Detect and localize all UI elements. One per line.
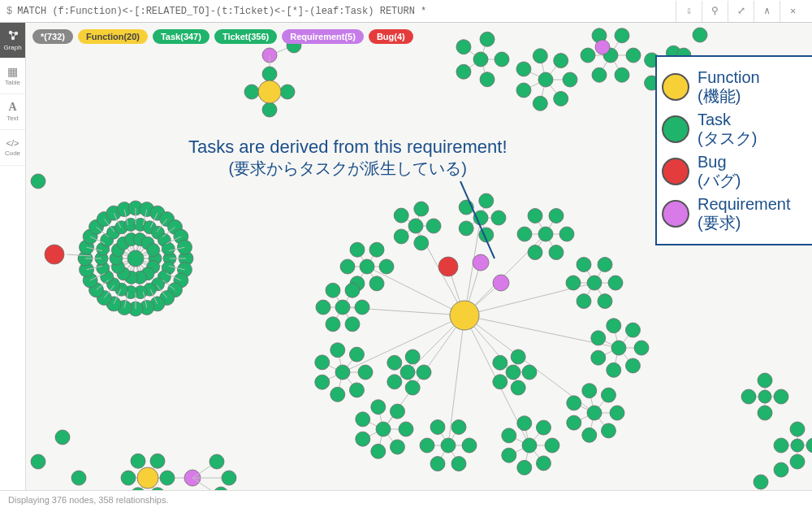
svg-point-315 — [502, 448, 516, 462]
svg-point-343 — [390, 440, 404, 454]
sidebar-item-label: Text — [6, 115, 19, 122]
sidebar-item-label: Code — [5, 150, 20, 157]
svg-point-348 — [390, 404, 404, 419]
svg-point-256 — [549, 208, 564, 223]
svg-point-439 — [150, 488, 165, 490]
svg-point-387 — [405, 380, 420, 395]
svg-point-329 — [430, 457, 445, 471]
legend-dot-requirement — [662, 200, 689, 228]
svg-point-407 — [473, 254, 489, 271]
svg-point-379 — [335, 300, 350, 315]
download-icon[interactable]: ⇩ — [676, 1, 702, 22]
svg-point-328 — [451, 457, 466, 471]
svg-point-451 — [214, 487, 228, 490]
svg-point-403 — [506, 365, 520, 380]
svg-point-239 — [479, 228, 494, 242]
graph-canvas[interactable]: *(732) Function(20) Task(347) Ticket(356… — [26, 23, 812, 490]
svg-point-243 — [473, 211, 488, 225]
pin-icon[interactable]: ⚲ — [702, 1, 728, 22]
svg-point-373 — [355, 300, 369, 315]
svg-point-452 — [71, 471, 86, 485]
svg-point-27 — [456, 40, 471, 54]
svg-point-267 — [577, 294, 591, 309]
svg-point-18 — [258, 80, 281, 103]
query-text[interactable]: MATCH (f:Function)<-[:RELATED_TO]-(t:Tic… — [17, 6, 676, 17]
svg-point-240 — [459, 221, 473, 236]
query-actions: ⇩ ⚲ ⤢ ∧ ✕ — [676, 1, 806, 22]
svg-point-228 — [394, 229, 408, 244]
svg-point-202 — [45, 245, 64, 264]
svg-point-391 — [400, 365, 415, 380]
svg-point-286 — [625, 323, 640, 337]
pill-ticket[interactable]: Ticket(356) — [214, 29, 277, 44]
svg-point-29 — [473, 52, 488, 67]
sidebar-item-graph[interactable]: Graph — [0, 23, 25, 59]
code-icon: </> — [6, 139, 19, 148]
svg-point-390 — [405, 350, 420, 364]
svg-point-71 — [693, 28, 707, 42]
svg-point-362 — [315, 355, 330, 370]
svg-point-14 — [280, 85, 295, 99]
pill-function[interactable]: Function(20) — [78, 29, 148, 44]
svg-point-253 — [528, 245, 542, 260]
svg-point-204 — [55, 430, 70, 445]
svg-point-318 — [536, 420, 551, 435]
svg-point-251 — [559, 227, 574, 241]
svg-point-374 — [345, 317, 360, 332]
svg-point-44 — [538, 72, 553, 87]
svg-point-283 — [591, 350, 606, 365]
svg-point-332 — [451, 419, 466, 434]
legend-dot-task — [662, 115, 689, 143]
legend-box: Function(機能) Task(タスク) Bug(バグ) — [655, 55, 812, 245]
svg-point-419 — [758, 390, 771, 403]
svg-point-217 — [350, 242, 365, 257]
svg-point-302 — [601, 388, 615, 402]
svg-point-284 — [591, 331, 606, 345]
svg-point-330 — [420, 438, 434, 453]
pill-bug[interactable]: Bug(4) — [369, 29, 413, 44]
sidebar-item-label: Table — [5, 79, 20, 86]
svg-point-213 — [379, 259, 394, 274]
pill-all[interactable]: *(732) — [32, 29, 73, 44]
svg-point-270 — [598, 257, 612, 271]
expand-icon[interactable]: ⤢ — [728, 1, 754, 22]
svg-point-430 — [754, 475, 768, 489]
svg-point-359 — [349, 383, 364, 397]
svg-point-418 — [758, 373, 772, 388]
svg-point-327 — [462, 438, 477, 453]
legend-dot-bug — [662, 158, 689, 185]
sidebar-item-text[interactable]: A Text — [0, 94, 25, 130]
svg-point-347 — [371, 400, 386, 415]
svg-point-426 — [774, 438, 788, 453]
svg-point-361 — [315, 375, 330, 389]
svg-point-41 — [516, 62, 531, 76]
svg-point-255 — [528, 208, 542, 223]
svg-point-200 — [127, 250, 144, 267]
svg-point-231 — [408, 219, 423, 233]
svg-point-254 — [517, 227, 532, 241]
sidebar-item-table[interactable]: ▦ Table — [0, 59, 25, 94]
legend-row-task: Task(タスク) — [662, 111, 807, 148]
svg-point-415 — [774, 389, 788, 404]
svg-point-17 — [262, 67, 277, 81]
svg-point-389 — [387, 355, 402, 370]
svg-point-417 — [741, 389, 756, 404]
legend-row-bug: Bug(バグ) — [662, 153, 807, 190]
pill-task[interactable]: Task(347) — [153, 29, 209, 44]
svg-point-405 — [438, 257, 458, 276]
collapse-up-icon[interactable]: ∧ — [754, 1, 780, 22]
svg-point-342 — [399, 422, 413, 436]
sidebar-item-code[interactable]: </> Code — [0, 130, 25, 166]
svg-point-226 — [426, 219, 441, 233]
svg-point-378 — [345, 283, 360, 297]
close-icon[interactable]: ✕ — [780, 1, 806, 22]
pill-requirement[interactable]: Requirement(5) — [282, 29, 364, 44]
svg-point-319 — [522, 438, 537, 453]
svg-point-218 — [369, 242, 384, 257]
svg-point-54 — [581, 48, 595, 63]
svg-point-349 — [376, 422, 391, 436]
svg-point-266 — [598, 294, 612, 309]
legend-row-requirement: Requirement(要求) — [662, 195, 807, 232]
legend-dot-function — [662, 73, 689, 101]
svg-point-257 — [538, 227, 553, 241]
